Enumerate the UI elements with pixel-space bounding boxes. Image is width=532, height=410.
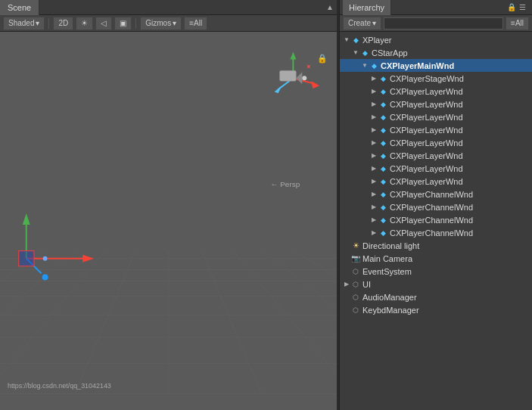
- hierarchy-icon-maincamera: 📷: [350, 253, 361, 264]
- hierarchy-arrow-cplayerlayerwnd7[interactable]: [370, 165, 378, 172]
- hierarchy-lock-icon[interactable]: 🔒: [507, 3, 516, 11]
- hierarchy-item-xplayer[interactable]: ◆XPlayer: [340, 33, 532, 46]
- svg-text:×: ×: [306, 63, 310, 70]
- hierarchy-tab-label: Hierarchy: [349, 3, 384, 12]
- hierarchy-content: ◆XPlayer◆CStarApp◆CXPlayerMainWnd◆CXPlay…: [340, 32, 532, 410]
- hierarchy-all-button[interactable]: ≡All: [506, 17, 529, 30]
- hierarchy-label-cplayerlayerwnd4: CXPlayerLayerWnd: [390, 126, 463, 135]
- hierarchy-arrow-cplayerstagewnd[interactable]: [370, 75, 378, 82]
- svg-point-35: [302, 76, 306, 80]
- hierarchy-icon-audiomanager: ⬡: [350, 292, 361, 303]
- hierarchy-item-eventsystem[interactable]: ⬡EventSystem: [340, 265, 532, 278]
- hierarchy-label-cplayermainwnd: CXPlayerMainWnd: [381, 61, 454, 70]
- view-2d-button[interactable]: 2D: [53, 17, 73, 30]
- hierarchy-icon-cplayerlayerwnd6: ◆: [378, 151, 388, 161]
- hierarchy-item-cplayerlayerwnd2[interactable]: ◆CXPlayerLayerWnd: [340, 98, 532, 110]
- hierarchy-item-maincamera[interactable]: 📷Main Camera: [340, 252, 532, 265]
- toolbar-separator-1: [48, 18, 49, 29]
- hierarchy-arrow-cplayerchannelwnd3[interactable]: [370, 216, 378, 224]
- all-layers-button[interactable]: ≡All: [184, 17, 207, 30]
- hierarchy-label-cplayerlayerwnd8: CXPlayerLayerWnd: [390, 177, 463, 186]
- hierarchy-arrow-cplayerchannelwnd4[interactable]: [370, 229, 378, 237]
- hierarchy-item-cplayerchannelwnd1[interactable]: ◆CXPlayerChannelWnd: [340, 188, 532, 200]
- create-button[interactable]: Create ▾: [343, 17, 381, 30]
- hierarchy-item-cplayerlayerwnd8[interactable]: ◆CXPlayerLayerWnd: [340, 175, 532, 188]
- hierarchy-label-cplayerlayerwnd5: CXPlayerLayerWnd: [390, 138, 463, 148]
- hierarchy-arrow-cplayerlayerwnd3[interactable]: [370, 113, 378, 121]
- hierarchy-label-cplayerchannelwnd2: CXPlayerChannelWnd: [390, 203, 473, 212]
- hierarchy-arrow-cplayerchannelwnd2[interactable]: [370, 203, 378, 211]
- scene-toolbar: Shaded ▾ 2D ☀ ◁ ▣ Gizmos ▾ ≡All: [0, 15, 337, 32]
- hierarchy-item-audiomanager[interactable]: ⬡AudioManager: [340, 290, 532, 303]
- hierarchy-label-cplayerlayerwnd6: CXPlayerLayerWnd: [390, 151, 463, 160]
- hierarchy-toolbar: Create ▾ ≡All: [340, 15, 532, 32]
- hierarchy-label-cplayerlayerwnd1: CXPlayerLayerWnd: [390, 87, 463, 96]
- hierarchy-icon-cplayerchannelwnd2: ◆: [378, 202, 388, 213]
- create-dropdown-icon: ▾: [372, 19, 376, 27]
- hierarchy-label-audiomanager: AudioManager: [362, 293, 417, 302]
- scene-tab-bar: Scene ▲: [0, 0, 337, 15]
- hierarchy-item-keybdmanager[interactable]: ⬡KeybdManager: [340, 303, 532, 316]
- sun-icon-button[interactable]: ☀: [76, 17, 93, 30]
- scene-viewport[interactable]: × 🔒 ← Persp https://blog.csdn.net/qq_310…: [0, 32, 337, 410]
- svg-rect-25: [19, 251, 34, 266]
- hierarchy-tab[interactable]: Hierarchy: [343, 0, 391, 15]
- hierarchy-icon-cplayerstagewnd: ◆: [378, 73, 388, 84]
- hierarchy-all-label: ≡All: [511, 19, 524, 27]
- hierarchy-arrow-cplayerlayerwnd1[interactable]: [370, 88, 378, 95]
- gizmos-button[interactable]: Gizmos ▾: [140, 17, 182, 30]
- effects-icon-button[interactable]: ▣: [114, 17, 132, 30]
- hierarchy-arrow-cplayerlayerwnd5[interactable]: [370, 139, 378, 147]
- hierarchy-item-ui[interactable]: ⬡UI: [340, 278, 532, 290]
- hierarchy-label-maincamera: Main Camera: [362, 254, 412, 263]
- hierarchy-label-xplayer: XPlayer: [362, 36, 392, 45]
- hierarchy-icon-directionallight: ☀: [350, 241, 361, 251]
- hierarchy-arrow-cplayerchannelwnd1[interactable]: [370, 191, 378, 198]
- hierarchy-item-cplayerchannelwnd2[interactable]: ◆CXPlayerChannelWnd: [340, 200, 532, 213]
- hierarchy-item-cplayerlayerwnd5[interactable]: ◆CXPlayerLayerWnd: [340, 136, 532, 149]
- hierarchy-icon-cplayerlayerwnd7: ◆: [378, 163, 388, 174]
- hierarchy-item-directionallight[interactable]: ☀Directional light: [340, 239, 532, 252]
- hierarchy-item-cplayerchannelwnd3[interactable]: ◆CXPlayerChannelWnd: [340, 213, 532, 226]
- hierarchy-label-cplayerlayerwnd7: CXPlayerLayerWnd: [390, 164, 463, 173]
- hierarchy-arrow-cplayerlayerwnd8[interactable]: [370, 178, 378, 185]
- hierarchy-label-cplayerstagewnd: CXPlayerStageWnd: [390, 74, 464, 83]
- hierarchy-label-ui: UI: [362, 280, 371, 289]
- hierarchy-search-input[interactable]: [384, 17, 503, 30]
- hierarchy-item-cplayerlayerwnd6[interactable]: ◆CXPlayerLayerWnd: [340, 149, 532, 162]
- hierarchy-icon-ui: ⬡: [350, 279, 361, 290]
- svg-rect-33: [280, 70, 297, 81]
- hierarchy-item-cstarapp[interactable]: ◆CStarApp: [340, 46, 532, 59]
- hierarchy-arrow-cplayermainwnd[interactable]: [361, 62, 369, 70]
- hierarchy-item-cplayerlayerwnd3[interactable]: ◆CXPlayerLayerWnd: [340, 110, 532, 123]
- hierarchy-icon-xplayer: ◆: [350, 35, 361, 45]
- shading-mode-button[interactable]: Shaded ▾: [3, 17, 45, 30]
- hierarchy-icon-cplayerchannelwnd1: ◆: [378, 189, 388, 200]
- hierarchy-arrow-xplayer[interactable]: [343, 36, 350, 44]
- hierarchy-panel-icons: 🔒 ☰: [507, 3, 529, 11]
- hierarchy-item-cplayerlayerwnd1[interactable]: ◆CXPlayerLayerWnd: [340, 85, 532, 98]
- hierarchy-item-cplayerchannelwnd4[interactable]: ◆CXPlayerChannelWnd: [340, 226, 532, 239]
- hierarchy-item-cplayermainwnd[interactable]: ◆CXPlayerMainWnd: [340, 59, 532, 72]
- gizmos-label: Gizmos: [145, 19, 171, 27]
- hierarchy-icon-cplayerlayerwnd5: ◆: [378, 138, 388, 148]
- shading-dropdown-icon: ▾: [36, 19, 39, 27]
- hierarchy-arrow-ui[interactable]: [343, 281, 350, 288]
- hierarchy-label-cplayerchannelwnd3: CXPlayerChannelWnd: [390, 216, 473, 225]
- scene-tab[interactable]: Scene: [0, 0, 39, 15]
- scene-panel-collapse[interactable]: ▲: [326, 3, 337, 11]
- hierarchy-arrow-cplayerlayerwnd6[interactable]: [370, 152, 378, 160]
- hierarchy-item-cplayerstagewnd[interactable]: ◆CXPlayerStageWnd: [340, 72, 532, 85]
- hierarchy-item-cplayerlayerwnd4[interactable]: ◆CXPlayerLayerWnd: [340, 123, 532, 136]
- hierarchy-label-cplayerlayerwnd3: CXPlayerLayerWnd: [390, 113, 463, 122]
- hierarchy-arrow-cplayerlayerwnd2[interactable]: [370, 101, 378, 108]
- view-2d-label: 2D: [58, 19, 68, 27]
- audio-icon-button[interactable]: ◁: [95, 17, 112, 30]
- hierarchy-label-cplayerchannelwnd4: CXPlayerChannelWnd: [390, 228, 473, 238]
- hierarchy-item-cplayerlayerwnd7[interactable]: ◆CXPlayerLayerWnd: [340, 162, 532, 175]
- shading-mode-label: Shaded: [8, 19, 34, 27]
- hierarchy-arrow-cstarapp[interactable]: [352, 49, 359, 57]
- hierarchy-arrow-cplayerlayerwnd4[interactable]: [370, 126, 378, 134]
- hierarchy-icon-cplayerchannelwnd4: ◆: [378, 228, 388, 238]
- hierarchy-menu-icon[interactable]: ☰: [519, 3, 526, 11]
